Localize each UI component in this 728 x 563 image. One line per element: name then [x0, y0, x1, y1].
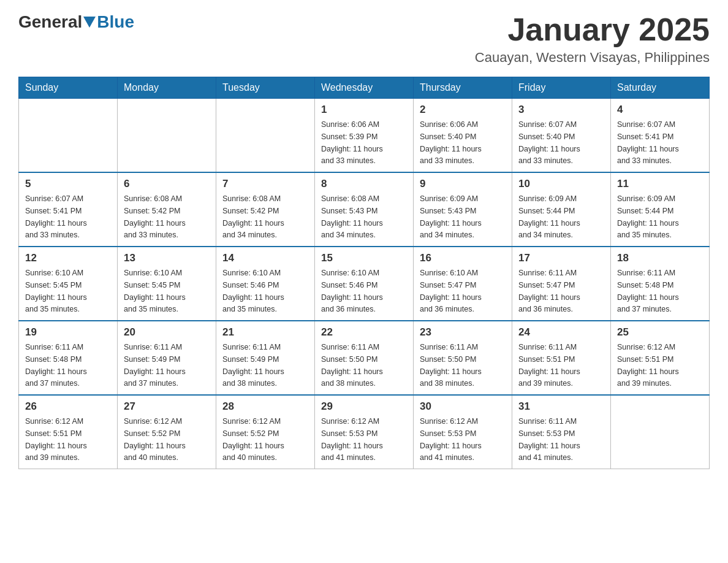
day-number: 16 — [420, 252, 506, 264]
calendar-day-16: 16Sunrise: 6:10 AMSunset: 5:47 PMDayligh… — [414, 247, 512, 321]
title-section: January 2025 Cauayan, Western Visayas, P… — [475, 12, 710, 66]
day-number: 27 — [124, 400, 210, 413]
day-number: 29 — [321, 400, 407, 413]
calendar-day-30: 30Sunrise: 6:12 AMSunset: 5:53 PMDayligh… — [414, 395, 512, 469]
page-header: General Blue January 2025 Cauayan, Weste… — [18, 12, 710, 66]
day-info: Sunrise: 6:09 AMSunset: 5:44 PMDaylight:… — [518, 194, 580, 239]
day-number: 14 — [222, 252, 308, 264]
day-info: Sunrise: 6:07 AMSunset: 5:40 PMDaylight:… — [518, 120, 580, 165]
calendar-day-empty — [216, 99, 315, 173]
day-info: Sunrise: 6:08 AMSunset: 5:42 PMDaylight:… — [222, 194, 284, 239]
calendar-day-7: 7Sunrise: 6:08 AMSunset: 5:42 PMDaylight… — [216, 172, 315, 247]
day-info: Sunrise: 6:11 AMSunset: 5:49 PMDaylight:… — [124, 343, 186, 388]
calendar-day-2: 2Sunrise: 6:06 AMSunset: 5:40 PMDaylight… — [414, 99, 512, 173]
day-info: Sunrise: 6:11 AMSunset: 5:51 PMDaylight:… — [518, 343, 580, 388]
day-number: 12 — [25, 252, 111, 264]
calendar-day-11: 11Sunrise: 6:09 AMSunset: 5:44 PMDayligh… — [611, 172, 710, 247]
calendar-day-20: 20Sunrise: 6:11 AMSunset: 5:49 PMDayligh… — [118, 321, 216, 395]
calendar-table: SundayMondayTuesdayWednesdayThursdayFrid… — [18, 77, 710, 469]
calendar-week-row: 26Sunrise: 6:12 AMSunset: 5:51 PMDayligh… — [19, 395, 710, 469]
logo-general-text: General — [18, 12, 82, 32]
day-number: 18 — [617, 252, 703, 264]
day-number: 20 — [124, 326, 210, 339]
day-number: 24 — [518, 326, 604, 339]
calendar-day-5: 5Sunrise: 6:07 AMSunset: 5:41 PMDaylight… — [19, 172, 118, 247]
day-info: Sunrise: 6:06 AMSunset: 5:39 PMDaylight:… — [321, 120, 383, 165]
calendar-day-12: 12Sunrise: 6:10 AMSunset: 5:45 PMDayligh… — [19, 247, 118, 321]
day-number: 31 — [518, 400, 604, 413]
calendar-week-row: 12Sunrise: 6:10 AMSunset: 5:45 PMDayligh… — [19, 247, 710, 321]
day-info: Sunrise: 6:06 AMSunset: 5:40 PMDaylight:… — [420, 120, 482, 165]
calendar-day-17: 17Sunrise: 6:11 AMSunset: 5:47 PMDayligh… — [512, 247, 611, 321]
day-number: 6 — [124, 178, 210, 190]
calendar-day-6: 6Sunrise: 6:08 AMSunset: 5:42 PMDaylight… — [118, 172, 216, 247]
day-info: Sunrise: 6:11 AMSunset: 5:47 PMDaylight:… — [518, 269, 580, 313]
weekday-header-tuesday: Tuesday — [216, 77, 315, 99]
weekday-header-row: SundayMondayTuesdayWednesdayThursdayFrid… — [19, 77, 710, 99]
day-number: 8 — [321, 178, 407, 190]
day-number: 2 — [420, 104, 506, 116]
calendar-day-1: 1Sunrise: 6:06 AMSunset: 5:39 PMDaylight… — [315, 99, 414, 173]
calendar-week-row: 19Sunrise: 6:11 AMSunset: 5:48 PMDayligh… — [19, 321, 710, 395]
day-info: Sunrise: 6:08 AMSunset: 5:42 PMDaylight:… — [124, 194, 186, 239]
day-info: Sunrise: 6:10 AMSunset: 5:46 PMDaylight:… — [321, 269, 383, 313]
day-number: 21 — [222, 326, 308, 339]
calendar-day-27: 27Sunrise: 6:12 AMSunset: 5:52 PMDayligh… — [118, 395, 216, 469]
weekday-header-sunday: Sunday — [19, 77, 118, 99]
day-info: Sunrise: 6:11 AMSunset: 5:49 PMDaylight:… — [222, 343, 284, 388]
calendar-day-24: 24Sunrise: 6:11 AMSunset: 5:51 PMDayligh… — [512, 321, 611, 395]
day-info: Sunrise: 6:11 AMSunset: 5:50 PMDaylight:… — [420, 343, 482, 388]
day-number: 26 — [25, 400, 111, 413]
calendar-day-8: 8Sunrise: 6:08 AMSunset: 5:43 PMDaylight… — [315, 172, 414, 247]
calendar-day-31: 31Sunrise: 6:11 AMSunset: 5:53 PMDayligh… — [512, 395, 611, 469]
weekday-header-saturday: Saturday — [611, 77, 710, 99]
day-number: 25 — [617, 326, 703, 339]
weekday-header-wednesday: Wednesday — [315, 77, 414, 99]
day-number: 17 — [518, 252, 604, 264]
calendar-week-row: 1Sunrise: 6:06 AMSunset: 5:39 PMDaylight… — [19, 99, 710, 173]
calendar-day-13: 13Sunrise: 6:10 AMSunset: 5:45 PMDayligh… — [118, 247, 216, 321]
calendar-day-14: 14Sunrise: 6:10 AMSunset: 5:46 PMDayligh… — [216, 247, 315, 321]
day-number: 22 — [321, 326, 407, 339]
calendar-day-empty — [19, 99, 118, 173]
day-number: 19 — [25, 326, 111, 339]
day-info: Sunrise: 6:09 AMSunset: 5:43 PMDaylight:… — [420, 194, 482, 239]
calendar-week-row: 5Sunrise: 6:07 AMSunset: 5:41 PMDaylight… — [19, 172, 710, 247]
calendar-day-23: 23Sunrise: 6:11 AMSunset: 5:50 PMDayligh… — [414, 321, 512, 395]
day-number: 9 — [420, 178, 506, 190]
logo-triangle-icon — [83, 17, 96, 28]
calendar-day-4: 4Sunrise: 6:07 AMSunset: 5:41 PMDaylight… — [611, 99, 710, 173]
day-info: Sunrise: 6:11 AMSunset: 5:48 PMDaylight:… — [617, 269, 679, 313]
calendar-day-19: 19Sunrise: 6:11 AMSunset: 5:48 PMDayligh… — [19, 321, 118, 395]
day-info: Sunrise: 6:12 AMSunset: 5:52 PMDaylight:… — [222, 417, 284, 462]
day-info: Sunrise: 6:07 AMSunset: 5:41 PMDaylight:… — [617, 120, 679, 165]
month-title: January 2025 — [475, 12, 710, 47]
day-info: Sunrise: 6:11 AMSunset: 5:50 PMDaylight:… — [321, 343, 383, 388]
calendar-day-26: 26Sunrise: 6:12 AMSunset: 5:51 PMDayligh… — [19, 395, 118, 469]
calendar-day-18: 18Sunrise: 6:11 AMSunset: 5:48 PMDayligh… — [611, 247, 710, 321]
day-info: Sunrise: 6:10 AMSunset: 5:45 PMDaylight:… — [124, 269, 186, 313]
day-info: Sunrise: 6:12 AMSunset: 5:53 PMDaylight:… — [420, 417, 482, 462]
calendar-day-15: 15Sunrise: 6:10 AMSunset: 5:46 PMDayligh… — [315, 247, 414, 321]
calendar-day-9: 9Sunrise: 6:09 AMSunset: 5:43 PMDaylight… — [414, 172, 512, 247]
day-number: 1 — [321, 104, 407, 116]
day-info: Sunrise: 6:10 AMSunset: 5:45 PMDaylight:… — [25, 269, 87, 313]
day-number: 11 — [617, 178, 703, 190]
day-info: Sunrise: 6:12 AMSunset: 5:51 PMDaylight:… — [617, 343, 679, 388]
logo-blue-text: Blue — [97, 12, 134, 32]
day-info: Sunrise: 6:12 AMSunset: 5:52 PMDaylight:… — [124, 417, 186, 462]
day-number: 30 — [420, 400, 506, 413]
day-number: 5 — [25, 178, 111, 190]
day-number: 10 — [518, 178, 604, 190]
calendar-day-21: 21Sunrise: 6:11 AMSunset: 5:49 PMDayligh… — [216, 321, 315, 395]
day-info: Sunrise: 6:10 AMSunset: 5:47 PMDaylight:… — [420, 269, 482, 313]
day-info: Sunrise: 6:11 AMSunset: 5:53 PMDaylight:… — [518, 417, 580, 462]
day-number: 13 — [124, 252, 210, 264]
day-info: Sunrise: 6:12 AMSunset: 5:51 PMDaylight:… — [25, 417, 87, 462]
day-info: Sunrise: 6:07 AMSunset: 5:41 PMDaylight:… — [25, 194, 87, 239]
day-info: Sunrise: 6:08 AMSunset: 5:43 PMDaylight:… — [321, 194, 383, 239]
day-number: 7 — [222, 178, 308, 190]
calendar-day-29: 29Sunrise: 6:12 AMSunset: 5:53 PMDayligh… — [315, 395, 414, 469]
calendar-day-3: 3Sunrise: 6:07 AMSunset: 5:40 PMDaylight… — [512, 99, 611, 173]
location-title: Cauayan, Western Visayas, Philippines — [475, 50, 710, 66]
